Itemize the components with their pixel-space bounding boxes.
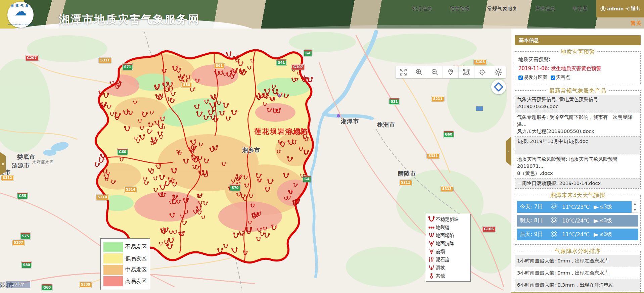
road-badge: G60 (42, 284, 52, 291)
wind-arrow-icon: ▶ (594, 204, 599, 210)
products-panel: 最新常规气象服务产品 气象灾害预警信号: 雷电黄色预警信号2019070336.… (515, 90, 641, 189)
road-badge: G207 (25, 55, 38, 61)
road-badge: S21 (389, 98, 399, 105)
settings-icon (494, 68, 502, 76)
product-item[interactable]: 地质灾害气象风险预警: 地质灾害气象风险预警2019071...8（黄色）.do… (515, 154, 640, 179)
fullscreen-button[interactable] (396, 66, 411, 78)
collapse-right-handle[interactable]: › (506, 137, 511, 166)
risk-label: 不易发区 (125, 244, 147, 251)
disaster-point-marker[interactable] (94, 162, 100, 167)
sunny-icon (550, 230, 558, 239)
crosshair-icon (478, 68, 486, 76)
app-root: 湘潭气象 ☁ XIANGTAN METEOROLOGY 湘潭市地质灾害气象服务网… (0, 0, 644, 293)
products-list: 气象灾害预警信号: 雷电黄色预警信号2019070336.doc气象专题服务: … (515, 95, 640, 188)
forecast-wind: ≤3级 (600, 231, 612, 238)
layer-toggle-2[interactable]: 灾害点 (551, 75, 570, 81)
product-item-line: 地质灾害气象风险预警: 地质灾害气象风险预警2019071... (517, 156, 638, 170)
marker-legend-row: 滑坡 (428, 264, 468, 272)
marker-legend-row: 地面沉降 (428, 240, 468, 248)
precip-list: 1小时雨量最大值: 0mm，出现在合东水库3小时雨量最大值: 0mm，出现在合东… (515, 255, 640, 293)
road-badge: S41 (276, 59, 286, 66)
disaster-point-marker[interactable] (307, 77, 313, 82)
city-label: 水府庙水库 (32, 159, 54, 165)
crosshair-button[interactable] (474, 66, 490, 78)
city-label: 湘乡市 (242, 146, 260, 154)
product-item[interactable]: 气象专题服务: 受冷空气南下影响，我市有一次明显降温...风力加大过程(2019… (515, 112, 640, 137)
marker-label: 其他 (436, 273, 445, 279)
checkbox-label: 易发分区图 (524, 75, 547, 81)
map-scale-bar: 10 km (5, 281, 31, 288)
sunny-icon (550, 202, 558, 212)
disaster-point-marker[interactable] (98, 157, 104, 163)
locate-icon (447, 68, 455, 76)
risk-legend-row: 中易发区 (103, 265, 147, 275)
map-area-label: 莲花坝岩溶塌陷 (255, 127, 309, 136)
product-item-line: 一周逐日滚动预报: 2019-10-14.docx (517, 180, 638, 187)
violet-point-marker (337, 114, 340, 117)
logout-button[interactable]: 退出 (625, 6, 640, 12)
city-label: 湘潭市 (341, 117, 359, 125)
scroll-down-icon[interactable]: ▼ (634, 208, 636, 211)
road-badge: S339 (79, 282, 92, 288)
nav-item-3[interactable]: 常规气象服务 (487, 6, 517, 12)
wind-arrow-icon: ▶ (594, 218, 599, 224)
zoom-out-button[interactable] (427, 66, 443, 78)
nav-item-1[interactable]: 实况信息 (412, 6, 432, 12)
forecast-temp: 11℃/24℃ (562, 231, 594, 238)
road-badge: S75 (20, 233, 31, 239)
road-badge: S80 (21, 261, 32, 268)
risk-legend-row: 高易发区 (103, 276, 147, 286)
user-box[interactable]: admin 退出 (596, 0, 644, 17)
road-badge: S314 (124, 187, 137, 193)
collapse-left-handle[interactable]: « (0, 152, 6, 176)
locate-button[interactable] (443, 66, 459, 78)
forecast-day: 后天: 9日 (520, 231, 548, 238)
polygon-select-button[interactable] (459, 66, 474, 78)
road-badge: G60 (443, 131, 454, 138)
violet-point-marker (278, 94, 281, 97)
banner-swoosh-2 (208, 25, 644, 29)
forecast-scrollbar[interactable]: ▲ ▼ (632, 201, 638, 213)
pan-control[interactable] (491, 80, 506, 94)
scroll-up-icon[interactable]: ▲ (634, 202, 636, 205)
notice-text: 暂关 (631, 20, 642, 27)
logout-icon (625, 6, 630, 11)
zoom-in-button[interactable] (411, 66, 427, 78)
username: admin (607, 6, 624, 11)
layer-toggle-1[interactable]: 易发分区图 (518, 75, 547, 81)
map-canvas[interactable]: 株洲市醴陵市湘潭市湘乡市娄底市涟源市江市邵阳市水府庙水库 G207S311S71… (0, 29, 511, 293)
risk-legend-row: 不易发区 (103, 242, 147, 252)
product-item[interactable]: 气象灾害预警信号: 雷电黄色预警信号2019070336.doc (515, 95, 640, 112)
fullscreen-icon (399, 68, 407, 76)
product-item-line: 气象专题服务: 受冷空气南下影响，我市有一次明显降温... (517, 114, 638, 128)
product-item[interactable]: 一周逐日滚动预报: 2019-10-14.docx (515, 179, 640, 188)
map-toolbar (396, 66, 506, 78)
risk-swatch (103, 253, 123, 263)
marker-legend-row: 不稳定斜坡 (428, 215, 468, 224)
site-logo: 湘潭气象 ☁ XIANGTAN METEOROLOGY (7, 2, 34, 28)
marker-legend-row: 地面塌陷 (428, 232, 468, 240)
forecast-wind: ≤3级 (600, 204, 612, 210)
nav-item-2[interactable]: 预警预报 (450, 6, 470, 12)
checkbox-label: 灾害点 (556, 75, 570, 81)
road-badge: G107 (291, 64, 305, 70)
road-badge: S61 (214, 63, 224, 69)
zoom-in-icon (415, 68, 423, 76)
nav-item-5[interactable]: 专题图 (572, 6, 588, 12)
disaster-point-marker[interactable] (100, 153, 105, 158)
risk-swatch (103, 265, 123, 275)
road-badge: G4 (304, 50, 312, 56)
checkbox[interactable] (551, 76, 555, 80)
road-badge: G106 (482, 227, 495, 232)
disaster-point-marker[interactable] (226, 52, 232, 57)
nav-item-4[interactable]: 灾情信息 (535, 6, 555, 12)
road-badge: S313 (441, 186, 453, 192)
pan-up-icon (497, 83, 501, 85)
marker-legend-row: 地裂缝 (428, 224, 468, 232)
checkbox[interactable] (518, 76, 523, 80)
road-badge: S312 (1, 175, 14, 181)
road-badge: G55 (17, 192, 28, 199)
marker-label: 地面沉降 (436, 241, 454, 247)
settings-button[interactable] (490, 66, 506, 78)
product-item[interactable]: 旬报: 2019年10月中旬旬报.doc (515, 137, 640, 154)
